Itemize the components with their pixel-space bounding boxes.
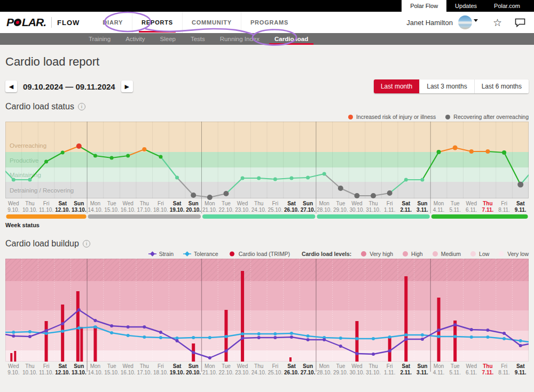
info-icon[interactable]: i [78, 103, 85, 110]
flow-label: FLOW [57, 19, 80, 27]
reports-subnav: TrainingActivitySleepTestsRunning IndexC… [0, 33, 534, 45]
date-range-label: 09.10.2024 — 09.11.2024 [23, 82, 115, 91]
svg-text:Sat: Sat [287, 201, 296, 206]
legend-item: Recovering after overreaching [445, 114, 529, 120]
cardio-load-buildup-chart[interactable]: Wed9.10.Thu10.10.Fri11.10.Sat12.10.Sun13… [5, 259, 529, 377]
info-icon[interactable]: i [83, 240, 90, 247]
range-button-last-6-months[interactable]: Last 6 months [474, 79, 529, 93]
subnav-item-training[interactable]: Training [81, 33, 118, 45]
svg-text:24.10.: 24.10. [252, 207, 266, 213]
svg-text:Fri: Fri [387, 201, 393, 206]
svg-text:Thu: Thu [483, 201, 492, 206]
svg-text:Fri: Fri [501, 201, 507, 206]
legend-item: Tolerance [183, 251, 218, 257]
favorites-star-icon[interactable]: ☆ [493, 18, 502, 28]
svg-text:27.10.: 27.10. [301, 207, 316, 213]
svg-text:28.10.: 28.10. [317, 207, 332, 213]
svg-text:19.10.: 19.10. [170, 207, 185, 213]
svg-text:17.10.: 17.10. [137, 370, 152, 375]
range-button-last-month[interactable]: Last month [374, 79, 419, 93]
svg-text:Sun: Sun [417, 201, 427, 206]
page-content: Cardio load report ◀ 09.10.2024 — 09.11.… [0, 55, 534, 377]
svg-text:5.11.: 5.11. [449, 207, 461, 213]
subnav-item-tests[interactable]: Tests [183, 33, 213, 45]
subnav-item-running-index[interactable]: Running Index [213, 33, 267, 45]
buildup-chart-svg: Wed9.10.Thu10.10.Fri11.10.Sat12.10.Sun13… [5, 259, 529, 377]
top-tab-polar-flow[interactable]: Polar Flow [402, 0, 446, 12]
nav-item-programs[interactable]: PROGRAMS [241, 12, 297, 33]
svg-text:Thu: Thu [140, 201, 149, 206]
nav-item-community[interactable]: COMMUNITY [182, 12, 241, 33]
nav-item-diary[interactable]: DIARY [93, 12, 132, 33]
svg-text:23.10.: 23.10. [235, 207, 250, 213]
top-tab-updates[interactable]: Updates [446, 0, 485, 12]
svg-text:21.10.: 21.10. [202, 207, 217, 213]
svg-text:Sat: Sat [173, 201, 182, 206]
svg-text:27.10.: 27.10. [301, 370, 316, 375]
svg-text:Productive: Productive [10, 157, 38, 164]
svg-text:Wed: Wed [8, 201, 19, 206]
svg-text:3.11.: 3.11. [417, 207, 428, 213]
svg-text:25.10.: 25.10. [268, 207, 282, 213]
legend-item: Cardio load (TRIMP) [228, 251, 290, 257]
svg-text:Wed: Wed [122, 363, 133, 369]
svg-text:Wed: Wed [237, 363, 248, 369]
svg-text:Thu: Thu [25, 363, 34, 369]
svg-text:19.10.: 19.10. [170, 370, 185, 375]
status-chart-svg: OverreachingProductiveMaintainingDetrain… [5, 122, 529, 221]
svg-text:Wed: Wed [351, 363, 362, 369]
svg-text:Sat: Sat [58, 201, 67, 206]
svg-text:22.10.: 22.10. [219, 207, 234, 213]
nav-item-reports[interactable]: REPORTS [132, 12, 182, 33]
svg-text:Sun: Sun [74, 201, 84, 206]
page-title: Cardio load report [5, 55, 529, 69]
range-button-group: Last monthLast 3 monthsLast 6 months [374, 79, 529, 93]
legend-item: Increased risk of injury or illness [348, 114, 436, 120]
svg-text:Tue: Tue [107, 201, 116, 206]
chevron-down-icon[interactable] [474, 19, 478, 22]
feedback-bubble-icon[interactable] [515, 18, 525, 27]
subnav-item-activity[interactable]: Activity [118, 33, 152, 45]
svg-text:Fri: Fri [501, 363, 507, 369]
svg-text:26.10.: 26.10. [284, 207, 299, 213]
cardio-load-levels-label: Cardio load levels: [302, 251, 351, 257]
svg-text:4.11.: 4.11. [433, 207, 445, 213]
svg-text:Mon: Mon [434, 363, 444, 369]
next-period-button[interactable]: ▶ [121, 81, 133, 92]
svg-text:Sat: Sat [173, 363, 182, 369]
svg-text:Mon: Mon [319, 201, 329, 206]
svg-text:Thu: Thu [368, 363, 378, 369]
subnav-item-cardio-load[interactable]: Cardio load [267, 33, 316, 45]
range-button-last-3-months[interactable]: Last 3 months [419, 79, 474, 93]
svg-text:Mon: Mon [319, 363, 329, 369]
cardio-load-status-chart[interactable]: OverreachingProductiveMaintainingDetrain… [5, 122, 529, 221]
svg-text:Fri: Fri [43, 363, 50, 369]
polar-flow-logo[interactable]: PLAR. FLOW [6, 16, 80, 29]
svg-text:Sun: Sun [189, 363, 199, 369]
status-section-heading: Cardio load status i [5, 102, 529, 111]
svg-text:11.10.: 11.10. [39, 207, 53, 213]
svg-text:Tue: Tue [222, 363, 231, 369]
week-status-label: Week status [5, 222, 529, 228]
legend-level-item: Very high [361, 251, 393, 257]
top-tab-polar-com[interactable]: Polar.com [485, 0, 529, 12]
svg-text:Thu: Thu [254, 201, 263, 206]
svg-text:Wed: Wed [237, 201, 248, 206]
svg-text:Sat: Sat [516, 363, 525, 369]
svg-text:Mon: Mon [90, 363, 100, 369]
svg-text:18.10.: 18.10. [153, 207, 168, 213]
svg-text:23.10.: 23.10. [235, 370, 250, 375]
svg-text:29.10.: 29.10. [333, 370, 348, 375]
site-switch-bar: Polar FlowUpdatesPolar.com [0, 0, 534, 12]
avatar[interactable] [458, 15, 472, 29]
svg-text:Sun: Sun [303, 363, 313, 369]
svg-text:20.10.: 20.10. [186, 207, 201, 213]
previous-period-button[interactable]: ◀ [5, 81, 17, 92]
user-name[interactable]: Janet Hamilton [406, 19, 453, 27]
svg-text:Wed: Wed [466, 363, 477, 369]
subnav-item-sleep[interactable]: Sleep [153, 33, 183, 45]
svg-text:Sat: Sat [58, 363, 67, 369]
svg-text:6.11.: 6.11. [466, 370, 477, 375]
legend-circle-icon [228, 251, 236, 257]
svg-text:14.10.: 14.10. [88, 207, 103, 213]
